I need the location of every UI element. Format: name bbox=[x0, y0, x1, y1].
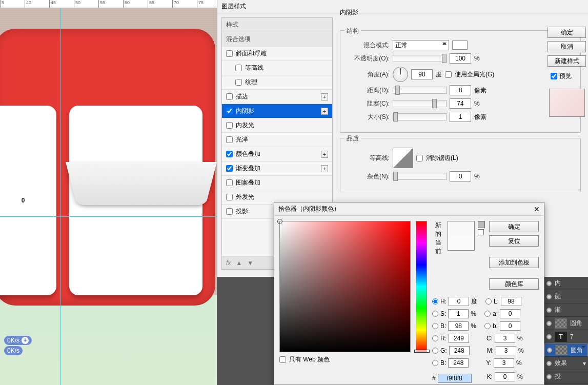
eye-icon[interactable] bbox=[546, 321, 552, 326]
global-light-checkbox[interactable] bbox=[445, 71, 452, 78]
layer-row-6[interactable]: 效果▾ bbox=[544, 357, 588, 370]
layer-row-7[interactable]: 投 bbox=[544, 370, 588, 383]
picker-titlebar[interactable]: 拾色器（内阴影颜色） ✕ bbox=[274, 202, 544, 216]
contour-picker[interactable] bbox=[393, 148, 413, 168]
web-only-checkbox[interactable] bbox=[279, 356, 286, 363]
eye-icon[interactable] bbox=[546, 308, 552, 313]
layer-row-3[interactable]: 圆角 bbox=[544, 317, 588, 330]
shadow-color-swatch[interactable] bbox=[452, 40, 468, 50]
color-library-button[interactable]: 颜色库 bbox=[489, 278, 539, 290]
sv-field[interactable] bbox=[279, 221, 411, 352]
eye-icon[interactable] bbox=[546, 374, 552, 379]
effect-checkbox[interactable] bbox=[226, 165, 233, 172]
eye-icon[interactable] bbox=[546, 334, 552, 339]
add-effect-icon[interactable]: + bbox=[321, 108, 328, 115]
effect-checkbox[interactable] bbox=[226, 194, 233, 200]
h-input[interactable] bbox=[449, 297, 469, 306]
h-radio[interactable] bbox=[432, 298, 438, 305]
chevron-down-icon[interactable]: ▾ bbox=[583, 360, 586, 367]
eye-icon[interactable] bbox=[547, 348, 552, 353]
eye-icon[interactable] bbox=[546, 294, 552, 299]
new-style-button[interactable]: 新建样式 bbox=[548, 55, 586, 67]
distance-slider[interactable] bbox=[393, 87, 447, 94]
effect-checkbox[interactable] bbox=[226, 50, 233, 57]
c-input[interactable] bbox=[495, 334, 515, 343]
layer-row-2[interactable]: 渐 bbox=[544, 303, 588, 317]
effect-checkbox[interactable] bbox=[226, 179, 233, 186]
gamut-warning-icon[interactable] bbox=[478, 221, 485, 228]
effect-row-2[interactable]: 纹理 bbox=[222, 75, 332, 90]
b-hsb-input[interactable] bbox=[448, 321, 469, 331]
m-input[interactable] bbox=[496, 346, 516, 355]
ok-button[interactable]: 确定 bbox=[548, 27, 586, 38]
effect-row-7[interactable]: 颜色叠加+ bbox=[222, 147, 332, 161]
size-slider[interactable] bbox=[393, 113, 447, 120]
hue-slider[interactable] bbox=[416, 221, 427, 352]
l-input[interactable] bbox=[501, 297, 521, 306]
guide-vertical[interactable] bbox=[60, 8, 61, 385]
effect-checkbox[interactable] bbox=[226, 93, 233, 100]
effect-checkbox[interactable] bbox=[226, 208, 233, 215]
add-effect-icon[interactable]: + bbox=[321, 151, 328, 158]
effects-header-style[interactable]: 样式 bbox=[222, 18, 332, 32]
new-current-swatch[interactable] bbox=[448, 221, 475, 251]
distance-input[interactable] bbox=[450, 85, 471, 95]
y-input[interactable] bbox=[494, 358, 514, 368]
effect-row-9[interactable]: 图案叠加 bbox=[222, 176, 332, 190]
layer-row-5[interactable]: 圆角 bbox=[544, 343, 588, 357]
effect-row-3[interactable]: 描边+ bbox=[222, 90, 332, 104]
effect-checkbox[interactable] bbox=[235, 79, 242, 86]
choke-input[interactable] bbox=[450, 98, 471, 109]
eye-icon[interactable] bbox=[546, 361, 552, 366]
layer-row-0[interactable]: 内 bbox=[544, 277, 588, 290]
net-speed-1[interactable]: 0K/s+ bbox=[4, 336, 32, 345]
r-radio[interactable] bbox=[432, 335, 438, 341]
cancel-button[interactable]: 取消 bbox=[548, 41, 586, 52]
effect-checkbox[interactable] bbox=[235, 65, 242, 71]
sv-cursor[interactable] bbox=[277, 219, 282, 224]
antialias-checkbox[interactable] bbox=[416, 155, 423, 161]
b-rgb-radio[interactable] bbox=[432, 360, 438, 366]
effects-header-blend[interactable]: 混合选项 bbox=[222, 32, 332, 47]
l-radio[interactable] bbox=[485, 298, 492, 305]
effect-checkbox[interactable] bbox=[226, 122, 233, 129]
g-radio[interactable] bbox=[432, 348, 438, 354]
choke-slider[interactable] bbox=[393, 100, 447, 107]
angle-dial[interactable] bbox=[393, 67, 408, 82]
canvas[interactable]: 0 7 0K/s+ 0K/s bbox=[0, 8, 217, 385]
add-swatch-button[interactable]: 添加到色板 bbox=[489, 257, 539, 268]
eye-icon[interactable] bbox=[546, 281, 552, 286]
size-input[interactable] bbox=[450, 112, 471, 122]
effect-row-1[interactable]: 等高线 bbox=[222, 61, 332, 75]
opacity-slider[interactable] bbox=[393, 55, 447, 62]
s-input[interactable] bbox=[448, 309, 469, 318]
opacity-input[interactable] bbox=[450, 53, 471, 64]
guide-horizontal[interactable] bbox=[0, 216, 217, 217]
effect-row-0[interactable]: 斜面和浮雕 bbox=[222, 47, 332, 61]
hue-thumb[interactable] bbox=[414, 350, 430, 353]
a-radio[interactable] bbox=[484, 311, 491, 317]
effect-row-6[interactable]: 光泽 bbox=[222, 133, 332, 147]
g-input[interactable] bbox=[449, 346, 470, 355]
noise-slider[interactable] bbox=[393, 173, 447, 180]
noise-input[interactable] bbox=[450, 171, 471, 181]
effect-row-5[interactable]: 内发光 bbox=[222, 118, 332, 133]
a-input[interactable] bbox=[500, 309, 520, 318]
arrow-down-icon[interactable]: ▼ bbox=[247, 259, 253, 267]
s-radio[interactable] bbox=[432, 311, 438, 317]
angle-input[interactable] bbox=[411, 69, 433, 79]
b-rgb-input[interactable] bbox=[448, 358, 469, 368]
layer-row-4[interactable]: T7 bbox=[544, 330, 588, 343]
layer-row-1[interactable]: 颜 bbox=[544, 290, 588, 303]
effect-row-8[interactable]: 渐变叠加+ bbox=[222, 161, 332, 176]
picker-reset-button[interactable]: 复位 bbox=[489, 235, 539, 247]
close-icon[interactable]: ✕ bbox=[534, 205, 540, 213]
effect-checkbox[interactable] bbox=[226, 136, 233, 143]
effect-row-4[interactable]: 内阴影+ bbox=[222, 104, 332, 118]
b-lab-radio[interactable] bbox=[484, 323, 491, 329]
b-lab-input[interactable] bbox=[500, 321, 520, 331]
add-effect-icon[interactable]: + bbox=[321, 165, 328, 172]
plus-icon[interactable]: + bbox=[22, 337, 29, 344]
add-effect-icon[interactable]: + bbox=[321, 93, 328, 100]
picker-ok-button[interactable]: 确定 bbox=[489, 221, 539, 232]
